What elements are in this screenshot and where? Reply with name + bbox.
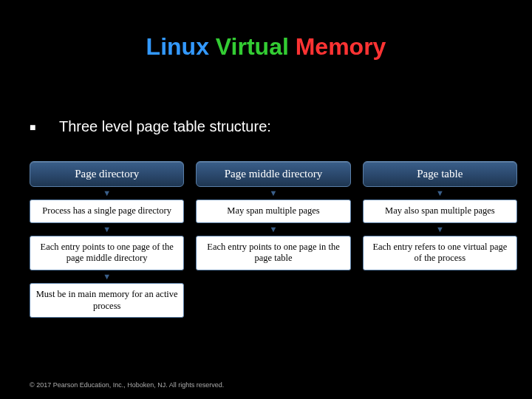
bullet-line: ■ Three level page table structure: xyxy=(30,118,517,135)
box-main-memory: Must be in main memory for an active pro… xyxy=(30,283,184,318)
header-page-directory: Page directory xyxy=(30,161,184,187)
box-also-span: May also span multiple pages xyxy=(363,200,517,223)
arrow-down-icon: ▼ xyxy=(103,189,111,197)
title-word-1: Linux xyxy=(146,33,209,60)
arrow-down-icon: ▼ xyxy=(270,189,278,197)
box-span-multiple: May span multiple pages xyxy=(196,200,350,223)
col-page-middle-directory: Page middle directory ▼ May span multipl… xyxy=(196,161,350,318)
arrow-down-icon: ▼ xyxy=(103,273,111,281)
bullet-icon: ■ xyxy=(30,121,37,133)
diagram: Page directory ▼ Process has a single pa… xyxy=(30,161,517,318)
header-page-middle-directory: Page middle directory xyxy=(196,161,350,187)
col-page-directory: Page directory ▼ Process has a single pa… xyxy=(30,161,184,318)
arrow-down-icon: ▼ xyxy=(436,189,444,197)
arrow-down-icon: ▼ xyxy=(436,225,444,233)
copyright-footer: © 2017 Pearson Education, Inc., Hoboken,… xyxy=(30,381,224,389)
box-entry-middle-dir: Each entry points to one page of the pag… xyxy=(30,236,184,270)
title-word-2: Virtual xyxy=(216,33,289,60)
title-word-3: Memory xyxy=(296,33,386,60)
col-page-table: Page table ▼ May also span multiple page… xyxy=(363,161,517,318)
bullet-text: Three level page table structure: xyxy=(59,118,271,135)
box-process-single-dir: Process has a single page directory xyxy=(30,200,184,223)
box-virtual-page: Each entry refers to one virtual page of… xyxy=(363,236,517,270)
header-page-table: Page table xyxy=(363,161,517,187)
slide-title: Linux Virtual Memory xyxy=(0,0,532,61)
arrow-down-icon: ▼ xyxy=(270,225,278,233)
arrow-down-icon: ▼ xyxy=(103,225,111,233)
slide-body: ■ Three level page table structure: Page… xyxy=(30,118,517,318)
box-entry-page-table: Each entry points to one page in the pag… xyxy=(196,236,350,270)
